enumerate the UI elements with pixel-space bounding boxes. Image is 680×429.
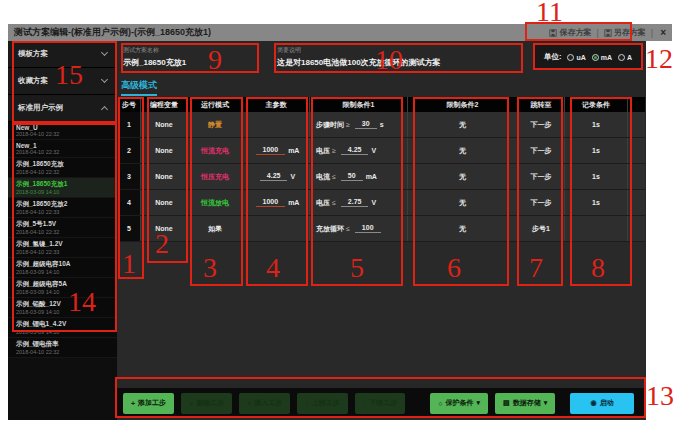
header-param: 主参数 <box>243 97 310 112</box>
close-icon[interactable]: × <box>660 27 666 38</box>
cell-jump[interactable]: 下一步 <box>518 190 565 215</box>
power-icon: ◉ <box>591 399 597 407</box>
cell-limit2[interactable]: 无 <box>408 190 518 215</box>
window-titlebar: 测试方案编辑-(标准用户示例)-(示例_18650充放1) 保存方案 | 另存方… <box>8 24 672 41</box>
cell-variable[interactable]: None <box>141 216 188 241</box>
plan-name-value[interactable]: 示例_18650充放1 <box>123 55 255 72</box>
save-as-plan-label: 另存方案 <box>614 27 646 38</box>
move-down-button[interactable]: ↓下移工步 <box>355 393 406 414</box>
table-row[interactable]: 5 None 如果 充放循环≤100 无 步号1 <box>118 216 645 242</box>
tab-advanced-mode[interactable]: 高级模式 <box>121 79 157 96</box>
cell-step: 5 <box>118 216 141 241</box>
cell-record[interactable]: 1s <box>565 112 628 137</box>
cell-record[interactable] <box>565 216 628 241</box>
list-item[interactable]: 示例_超级电容10A2018-03-09 14:10 <box>8 258 117 278</box>
annotation-label-11: 11 <box>536 0 563 26</box>
cell-record[interactable]: 1s <box>565 190 628 215</box>
cell-limit2[interactable]: 无 <box>408 216 518 241</box>
cell-step: 3 <box>118 164 141 189</box>
delete-step-button[interactable]: ×删除工步 <box>181 393 232 414</box>
cell-param[interactable] <box>243 216 310 241</box>
cell-param[interactable] <box>243 112 310 137</box>
cell-jump[interactable]: 下一步 <box>518 112 565 137</box>
plan-desc-value[interactable]: 这是对18650电池做100次充放循环的测试方案 <box>277 55 520 72</box>
cell-mode[interactable]: 恒流充电 <box>188 138 243 163</box>
plan-name-label: 测试方案名称 <box>123 46 255 55</box>
cell-step: 1 <box>118 112 141 137</box>
list-item[interactable]: 示例_氢镍_1.2V2018-04-10 22:33 <box>8 238 117 258</box>
header-jump: 跳转至 <box>518 97 565 112</box>
header-filler <box>628 97 645 112</box>
cell-limit1[interactable]: 电压≥4.25V <box>310 138 408 163</box>
radio-unit-ma[interactable]: mA <box>592 54 612 61</box>
move-up-button[interactable]: ↑上移工步 <box>297 393 348 414</box>
cell-jump[interactable]: 步号1 <box>518 216 565 241</box>
chevron-down-icon: ▾ <box>544 399 548 407</box>
cell-mode[interactable]: 如果 <box>188 216 243 241</box>
list-item-selected[interactable]: 示例_18650充放12018-03-09 14:10 <box>8 178 117 198</box>
radio-unit-a[interactable]: A <box>618 54 632 61</box>
table-row[interactable]: 3 None 恒压充电 4.25V 电流≤50mA 无 下一步 1s <box>118 164 645 190</box>
cell-param[interactable]: 1000mA <box>243 138 310 163</box>
table-row[interactable]: 1 None 静置 步骤时间≥30s 无 下一步 1s <box>118 112 645 138</box>
group-label: 收藏方案 <box>18 76 48 86</box>
plan-name-field[interactable]: 测试方案名称 示例_18650充放1 <box>123 46 255 72</box>
header-limit1: 限制条件1 <box>310 97 408 112</box>
cell-limit2[interactable]: 无 <box>408 138 518 163</box>
list-item[interactable]: New_U2018-04-10 22:32 <box>8 122 117 140</box>
cell-record[interactable]: 1s <box>565 138 628 163</box>
cell-limit1[interactable]: 电流≤50mA <box>310 164 408 189</box>
cell-limit1[interactable]: 电压≤2.75V <box>310 190 408 215</box>
sidebar-group-template-plans[interactable]: 模板方案 <box>8 41 117 68</box>
cell-limit2[interactable]: 无 <box>408 164 518 189</box>
table-row[interactable]: 4 None 恒流放电 1000mA 电压≤2.75V 无 下一步 1s <box>118 190 645 216</box>
header-mode: 运行模式 <box>188 97 243 112</box>
protect-conditions-button[interactable]: ○保护条件▾ <box>430 393 488 414</box>
sidebar-group-favorite-plans[interactable]: 收藏方案 <box>8 68 117 95</box>
insert-step-button[interactable]: ≡插入工步 <box>239 393 290 414</box>
radio-unit-ua[interactable]: uA <box>567 54 585 61</box>
data-storage-button[interactable]: ▤数据存储▾ <box>495 393 555 414</box>
list-item[interactable]: 示例_铅酸_12V2018-03-09 14:10 <box>8 298 117 318</box>
group-label: 模板方案 <box>18 49 48 59</box>
plan-desc-field[interactable]: 简要说明 这是对18650电池做100次充放循环的测试方案 <box>277 46 520 72</box>
cell-limit2[interactable]: 无 <box>408 112 518 137</box>
cell-variable[interactable]: None <box>141 138 188 163</box>
titlebar-separator: | <box>651 28 653 38</box>
list-item[interactable]: 示例_锂电倍率2018-04-10 22:32 <box>8 338 117 358</box>
cell-record[interactable]: 1s <box>565 164 628 189</box>
unit-label: 单位: <box>544 52 562 62</box>
chevron-down-icon <box>101 76 108 83</box>
insert-step-icon: ≡ <box>247 400 251 407</box>
list-item[interactable]: 示例_锂电1_4.2V2018-03-09 14:10 <box>8 318 117 338</box>
cell-limit1[interactable]: 步骤时间≥30s <box>310 112 408 137</box>
list-item[interactable]: 示例_18650充放22018-04-10 22:33 <box>8 198 117 218</box>
cell-filler <box>628 138 645 163</box>
table-header-row: 步号 编程变量 运行模式 主参数 限制条件1 限制条件2 跳转至 记录条件 <box>118 97 645 112</box>
delete-step-icon: × <box>189 400 193 407</box>
save-plan-label: 保存方案 <box>559 27 591 38</box>
cell-variable[interactable]: None <box>141 164 188 189</box>
cell-limit1[interactable]: 充放循环≤100 <box>310 216 408 241</box>
titlebar-separator: | <box>596 28 598 38</box>
cell-mode[interactable]: 恒流放电 <box>188 190 243 215</box>
table-row[interactable]: 2 None 恒流充电 1000mA 电压≥4.25V 无 下一步 1s <box>118 138 645 164</box>
cell-variable[interactable]: None <box>141 112 188 137</box>
start-button[interactable]: ◉启动 <box>570 393 634 414</box>
list-item[interactable]: 示例_18650充放2018-04-10 22:32 <box>8 158 117 178</box>
sidebar-group-standard-user-examples[interactable]: 标准用户示例 <box>8 95 117 122</box>
save-plan-button[interactable]: 保存方案 <box>549 27 591 38</box>
cell-param[interactable]: 1000mA <box>243 190 310 215</box>
cell-jump[interactable]: 下一步 <box>518 164 565 189</box>
list-item[interactable]: 示例_超级电容5A2018-03-09 14:10 <box>8 278 117 298</box>
list-item[interactable]: New_12018-04-10 22:32 <box>8 140 117 158</box>
save-as-plan-button[interactable]: 另存方案 <box>604 27 646 38</box>
cell-mode[interactable]: 恒压充电 <box>188 164 243 189</box>
add-step-button[interactable]: +添加工步 <box>123 393 174 414</box>
cell-jump[interactable]: 下一步 <box>518 138 565 163</box>
list-item[interactable]: 示例_5号1.5V2018-04-10 22:32 <box>8 218 117 238</box>
cell-variable[interactable]: None <box>141 190 188 215</box>
cell-mode[interactable]: 静置 <box>188 112 243 137</box>
plan-desc-label: 简要说明 <box>277 46 520 55</box>
cell-param[interactable]: 4.25V <box>243 164 310 189</box>
